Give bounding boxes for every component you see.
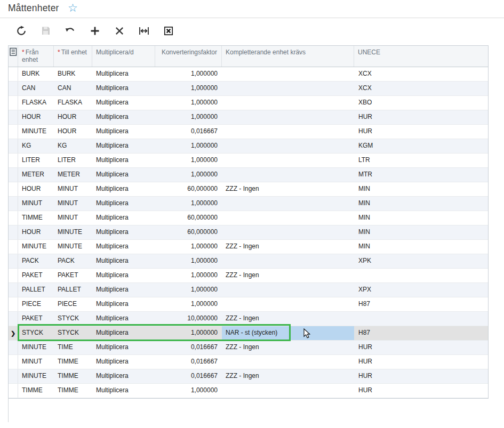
cell-to-unit[interactable]: PIECE xyxy=(54,297,92,311)
row-indicator-cell[interactable] xyxy=(9,168,18,182)
delete-row-button[interactable] xyxy=(107,22,132,39)
cell-supplemental-unit[interactable] xyxy=(222,110,354,124)
row-indicator-cell[interactable] xyxy=(9,297,18,311)
cell-from-unit[interactable]: PALLET xyxy=(18,283,54,297)
add-row-button[interactable] xyxy=(83,22,107,39)
row-indicator-cell[interactable] xyxy=(9,283,18,297)
cell-to-unit[interactable]: PALLET xyxy=(54,283,92,297)
cell-to-unit[interactable]: MINUT xyxy=(54,211,92,225)
cell-supplemental-unit[interactable] xyxy=(222,355,354,369)
cell-to-unit[interactable]: STYCK xyxy=(54,326,92,340)
cell-supplemental-unit[interactable] xyxy=(222,297,354,311)
cell-from-unit[interactable]: PACK xyxy=(18,254,54,268)
cell-to-unit[interactable]: HOUR xyxy=(54,110,92,124)
cell-supplemental-unit[interactable] xyxy=(222,225,354,239)
cell-from-unit[interactable]: CAN xyxy=(18,82,54,95)
row-indicator-cell[interactable] xyxy=(9,384,18,398)
cell-multiply-divide[interactable]: Multiplicera xyxy=(92,326,155,340)
cell-to-unit[interactable]: TIMME xyxy=(54,369,92,383)
cell-conversion-factor[interactable]: 1,000000 xyxy=(155,326,222,340)
cell-conversion-factor[interactable]: 1,000000 xyxy=(155,283,222,297)
cell-to-unit[interactable]: BURK xyxy=(54,67,92,81)
cell-supplemental-unit[interactable]: ZZZ - Ingen xyxy=(222,182,354,196)
row-indicator-cell[interactable] xyxy=(9,225,18,239)
cell-to-unit[interactable]: KG xyxy=(54,139,92,153)
cell-conversion-factor[interactable]: 1,000000 xyxy=(155,96,222,110)
cell-multiply-divide[interactable]: Multiplicera xyxy=(92,254,155,268)
cell-unece[interactable]: XPK xyxy=(354,254,488,268)
cell-to-unit[interactable]: HOUR xyxy=(54,125,92,139)
row-indicator-cell[interactable] xyxy=(9,197,18,211)
row-indicator-cell[interactable] xyxy=(9,269,18,282)
cell-from-unit[interactable]: METER xyxy=(18,168,54,182)
column-header-unece[interactable]: UNECE xyxy=(354,46,488,67)
row-indicator-cell[interactable] xyxy=(9,254,18,268)
row-indicator-cell[interactable] xyxy=(9,355,18,369)
cell-from-unit[interactable]: LITER xyxy=(18,154,54,167)
cell-multiply-divide[interactable]: Multiplicera xyxy=(92,297,155,311)
cell-supplemental-unit[interactable] xyxy=(222,168,354,182)
cell-multiply-divide[interactable]: Multiplicera xyxy=(92,240,155,254)
cell-to-unit[interactable]: LITER xyxy=(54,154,92,167)
cell-from-unit[interactable]: HOUR xyxy=(18,110,54,124)
cell-supplemental-unit[interactable]: ZZZ - Ingen xyxy=(222,341,354,354)
cell-multiply-divide[interactable]: Multiplicera xyxy=(92,168,155,182)
cell-supplemental-unit[interactable] xyxy=(222,82,354,95)
row-indicator-cell[interactable] xyxy=(9,125,18,139)
cell-to-unit[interactable]: TIME xyxy=(54,341,92,354)
cell-to-unit[interactable]: TIMME xyxy=(54,355,92,369)
cell-from-unit[interactable]: MINUTE xyxy=(18,125,54,139)
cell-unece[interactable]: KGM xyxy=(354,139,488,153)
row-indicator-cell[interactable]: ❯ xyxy=(9,326,18,340)
cell-from-unit[interactable]: MINUTE xyxy=(18,341,54,354)
cell-multiply-divide[interactable]: Multiplicera xyxy=(92,211,155,225)
cell-from-unit[interactable]: FLASKA xyxy=(18,96,54,110)
cell-from-unit[interactable]: MINUTE xyxy=(18,369,54,383)
cell-from-unit[interactable]: MINUT xyxy=(18,355,54,369)
cell-unece[interactable]: XCX xyxy=(354,67,488,81)
cell-from-unit[interactable]: KG xyxy=(18,139,54,153)
cell-from-unit[interactable]: MINUT xyxy=(18,197,54,211)
row-indicator-cell[interactable] xyxy=(9,182,18,196)
column-header-supplemental-unit[interactable]: Kompletterande enhet krävs xyxy=(222,46,354,67)
cell-unece[interactable]: HUR xyxy=(354,384,488,398)
cell-from-unit[interactable]: PIECE xyxy=(18,297,54,311)
cell-supplemental-unit[interactable] xyxy=(222,384,354,398)
cell-multiply-divide[interactable]: Multiplicera xyxy=(92,283,155,297)
cell-conversion-factor[interactable]: 1,000000 xyxy=(155,82,222,95)
row-indicator-cell[interactable] xyxy=(9,369,18,383)
notes-column-header[interactable] xyxy=(9,46,18,67)
cell-conversion-factor[interactable]: 1,000000 xyxy=(155,254,222,268)
cell-conversion-factor[interactable]: 0,016667 xyxy=(155,341,222,354)
row-indicator-cell[interactable] xyxy=(9,82,18,95)
save-button[interactable] xyxy=(34,22,58,39)
cell-unece[interactable]: H87 xyxy=(354,326,488,340)
cell-from-unit[interactable]: TIMME xyxy=(18,384,54,398)
cell-conversion-factor[interactable]: 1,000000 xyxy=(155,139,222,153)
cell-unece[interactable] xyxy=(354,269,488,282)
cell-supplemental-unit[interactable]: ZZZ - Ingen xyxy=(222,312,354,326)
cell-to-unit[interactable]: TIMME xyxy=(54,384,92,398)
cell-supplemental-unit[interactable] xyxy=(222,283,354,297)
cell-to-unit[interactable]: PAKET xyxy=(54,269,92,282)
cell-to-unit[interactable]: CAN xyxy=(54,82,92,95)
cell-multiply-divide[interactable]: Multiplicera xyxy=(92,139,155,153)
cell-unece[interactable]: XBO xyxy=(354,96,488,110)
cell-multiply-divide[interactable]: Multiplicera xyxy=(92,355,155,369)
cell-from-unit[interactable]: HOUR xyxy=(18,182,54,196)
row-indicator-cell[interactable] xyxy=(9,139,18,153)
cell-multiply-divide[interactable]: Multiplicera xyxy=(92,125,155,139)
cell-unece[interactable]: H87 xyxy=(354,297,488,311)
row-indicator-cell[interactable] xyxy=(9,96,18,110)
cell-conversion-factor[interactable]: 60,000000 xyxy=(155,225,222,239)
cell-unece[interactable] xyxy=(354,312,488,326)
cell-conversion-factor[interactable]: 1,000000 xyxy=(155,384,222,398)
cell-to-unit[interactable]: STYCK xyxy=(54,312,92,326)
cell-supplemental-unit[interactable] xyxy=(222,197,354,211)
cell-conversion-factor[interactable]: 1,000000 xyxy=(155,269,222,282)
cell-conversion-factor[interactable]: 0,016667 xyxy=(155,125,222,139)
favorite-star-icon[interactable]: ☆ xyxy=(68,1,78,15)
cell-from-unit[interactable]: MINUTE xyxy=(18,240,54,254)
cell-multiply-divide[interactable]: Multiplicera xyxy=(92,312,155,326)
cell-conversion-factor[interactable]: 60,000000 xyxy=(155,211,222,225)
